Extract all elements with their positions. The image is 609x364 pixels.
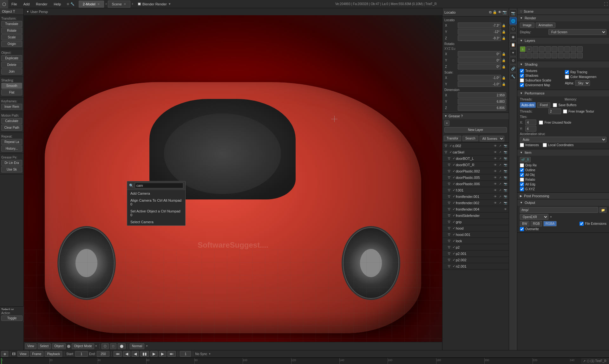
outliner-item-p2[interactable]: ▽ ✓ p2 bbox=[442, 244, 509, 250]
context-menu-set-active[interactable]: Set Active Object a Ctrl Numpad 0 bbox=[127, 208, 185, 218]
rotation-y[interactable] bbox=[458, 57, 501, 63]
context-menu-add-camera[interactable]: Add Camera bbox=[127, 190, 185, 197]
layers-section-header[interactable]: ▼ Layers bbox=[517, 37, 609, 44]
btn-select[interactable]: Select bbox=[38, 343, 51, 349]
btn-render-animation[interactable]: Animation bbox=[536, 23, 555, 28]
context-menu-search-input[interactable] bbox=[135, 183, 183, 188]
check-free-image[interactable]: Free Image Textur bbox=[563, 109, 594, 114]
layer-btn-5[interactable] bbox=[545, 46, 551, 52]
output-path-input[interactable] bbox=[520, 207, 598, 213]
outliner-item-ff001[interactable]: ▽ ✓ frontfender.001 👁 ↗ 📷 bbox=[442, 193, 509, 200]
btn-translate[interactable]: Translate bbox=[1, 21, 22, 27]
output-browse-btn[interactable]: 📁 bbox=[599, 207, 606, 213]
outliner-item-ff002[interactable]: ▽ ✓ frontfender.002 👁 ↗ 📷 bbox=[442, 200, 509, 206]
item-ef-label[interactable]: eF_R bbox=[520, 157, 531, 162]
layer-btn-7[interactable] bbox=[558, 46, 564, 52]
outliner-item-ff004[interactable]: ▽ ✓ frontfender.004 👁 bbox=[442, 206, 509, 212]
outliner-item-hood001[interactable]: ▽ ✓ hood.001 bbox=[442, 231, 509, 238]
check-instances[interactable]: Instances bbox=[520, 143, 539, 147]
layer-btn-17[interactable] bbox=[558, 53, 564, 58]
checkbox-color-mgmt[interactable] bbox=[565, 75, 569, 79]
btn-fixed[interactable]: Fixed bbox=[537, 102, 550, 108]
cursor-ff002[interactable]: ↗ bbox=[498, 201, 502, 205]
layer-btn-11[interactable] bbox=[520, 53, 526, 58]
btn-viewport-solid[interactable]: ⬤ bbox=[118, 343, 126, 349]
btn-view[interactable]: View bbox=[25, 343, 36, 349]
shading-header[interactable]: ▼ Shading bbox=[517, 61, 609, 68]
btn-rgba[interactable]: RGBA bbox=[543, 221, 557, 226]
rotation-z-lock[interactable]: 🔒 bbox=[501, 65, 506, 68]
btn-insert-remove[interactable]: Inser Rem bbox=[1, 104, 22, 110]
cursor-c002[interactable]: ↗ bbox=[498, 144, 502, 148]
render-doorbot-r[interactable]: 📷 bbox=[503, 163, 508, 167]
eye-dp006[interactable]: 👁 bbox=[493, 182, 497, 186]
transform-lock-icon[interactable]: 🔒 bbox=[493, 10, 497, 14]
location-z[interactable] bbox=[458, 35, 501, 41]
check-free-unused[interactable]: Free Unused Node bbox=[539, 120, 571, 125]
outliner-item-grip[interactable]: ▽ ✓ grip bbox=[442, 219, 509, 225]
render-section-header[interactable]: ▼ Render bbox=[517, 15, 609, 21]
eye-carskel[interactable]: 👁 bbox=[493, 150, 497, 154]
outliner-item-carskel[interactable]: ▽ ✓ carSkel 👁 ↗ 📷 bbox=[442, 149, 509, 155]
btn-frame-playback[interactable]: Playback bbox=[45, 351, 62, 357]
alpha-select[interactable]: Sky bbox=[575, 80, 590, 86]
eye-c002[interactable]: 👁 bbox=[493, 144, 497, 148]
render-carskel[interactable]: 📷 bbox=[503, 150, 508, 154]
layer-btn-4[interactable] bbox=[539, 46, 545, 52]
btn-rgb[interactable]: RGB bbox=[531, 221, 542, 226]
btn-viewport-shade[interactable]: ⬡ bbox=[102, 343, 109, 349]
btn-frame-view[interactable]: View bbox=[17, 351, 29, 357]
scale-x-lock[interactable]: 🔒 bbox=[501, 76, 506, 80]
outliner-item-p2001[interactable]: ▽ ✓ p2.001 bbox=[442, 250, 509, 257]
layer-btn-15[interactable] bbox=[545, 53, 551, 58]
btn-prev-frame[interactable]: ◀ bbox=[123, 351, 130, 357]
eye-dp002[interactable]: 👁 bbox=[493, 169, 497, 173]
display-select[interactable]: Full Screen bbox=[548, 29, 606, 35]
checkbox-shadows[interactable] bbox=[520, 74, 524, 78]
outliner-item-n2001[interactable]: ▽ ✓ n2.001 bbox=[442, 263, 509, 270]
btn-history[interactable]: History... bbox=[1, 146, 22, 152]
cursor-doorbot-r[interactable]: ↗ bbox=[498, 163, 502, 167]
output-format-arrow[interactable]: ▼ bbox=[550, 216, 552, 218]
layer-btn-2[interactable] bbox=[526, 46, 532, 52]
auto-detect-btn[interactable] bbox=[520, 102, 536, 108]
layer-btn-8[interactable] bbox=[564, 46, 570, 52]
checkbox-textures[interactable] bbox=[520, 69, 524, 73]
checkbox-outline[interactable] bbox=[520, 168, 524, 172]
outliner-scene-select[interactable]: All Scenes bbox=[480, 136, 504, 141]
check-color-mgmt[interactable]: Color Managemen bbox=[565, 75, 606, 79]
end-frame-input[interactable] bbox=[97, 351, 109, 357]
dim-x[interactable] bbox=[458, 92, 506, 98]
checkbox-all-edge[interactable] bbox=[520, 182, 524, 186]
check-relatio[interactable]: Relatio bbox=[520, 178, 535, 182]
timeline-ruler[interactable]: 0 20 40 60 80 100 120 140 160 180 200 22… bbox=[1, 358, 581, 364]
btn-pause[interactable]: ▮▮ bbox=[140, 351, 149, 357]
layer-btn-13[interactable] bbox=[533, 53, 538, 58]
outliner-item-doorbot-l[interactable]: ▽ ✓ doorBOT_L 👁 ↗ 📷 bbox=[442, 155, 509, 162]
transform-copy-icon[interactable]: ⧉ bbox=[489, 10, 492, 14]
check-save-buffers[interactable]: Save Buffers bbox=[553, 103, 576, 107]
btn-calculate[interactable]: Calculate bbox=[1, 118, 22, 124]
output-header[interactable]: ▼ Output bbox=[517, 199, 609, 206]
layer-btn-18[interactable] bbox=[564, 53, 570, 58]
outliner-item-doorplastic006[interactable]: ▽ ✓ doorPlastic.006 👁 ↗ 📷 bbox=[442, 181, 509, 187]
cursor-dp005[interactable]: ↗ bbox=[498, 175, 502, 180]
check-subsurface[interactable]: Subsurface Scatte bbox=[520, 78, 561, 82]
viewport[interactable]: ▼ User Persp SoftwareSuggest.... bbox=[24, 8, 442, 350]
render-c002[interactable]: 📷 bbox=[503, 144, 508, 148]
transform-camera-icon[interactable]: 📷 bbox=[502, 10, 507, 14]
tab-scene[interactable]: Scene ✕ bbox=[108, 1, 130, 8]
checkbox-save-buffers[interactable] bbox=[553, 103, 557, 107]
performance-header[interactable]: ▼ Performance bbox=[517, 90, 609, 96]
check-all-edge[interactable]: All Edg bbox=[520, 182, 535, 186]
cursor-ff001[interactable]: ↗ bbox=[498, 194, 502, 199]
scene-icon-material[interactable]: ◉ bbox=[510, 33, 517, 40]
layer-btn-14[interactable] bbox=[539, 53, 545, 58]
threads-input[interactable] bbox=[548, 108, 561, 114]
check-only-render[interactable]: Only Re bbox=[520, 163, 537, 167]
check-g-xyz[interactable]: G XYZ bbox=[520, 187, 535, 191]
btn-jump-start[interactable]: ⏮ bbox=[114, 351, 122, 357]
check-envmap[interactable]: Environment Map bbox=[520, 83, 561, 87]
btn-grease-add[interactable]: + bbox=[444, 120, 449, 126]
location-z-lock[interactable]: 🔒 bbox=[501, 36, 506, 40]
